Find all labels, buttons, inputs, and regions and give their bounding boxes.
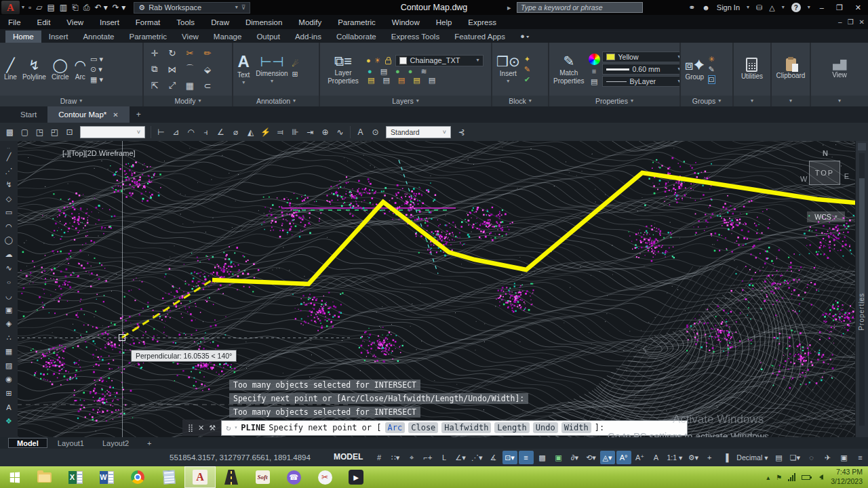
status-toggle-icon[interactable]: L (437, 451, 452, 464)
modify-tool-icon[interactable]: ✏ (204, 48, 212, 58)
menu-item[interactable]: Modify (290, 18, 330, 26)
layer-tool-icon[interactable]: ● (368, 68, 372, 75)
status-toggle-icon[interactable]: ⌖ (404, 451, 419, 464)
status-toggle-icon[interactable]: ▣ (551, 451, 566, 464)
qat-icon[interactable]: ▫ (28, 3, 31, 12)
tray-expand-icon[interactable]: ▴ (766, 474, 770, 481)
status-toggle-icon[interactable]: ⌐+ (420, 451, 435, 464)
taskbar-excel[interactable]: X (60, 466, 91, 488)
search-icon[interactable] (688, 3, 695, 12)
block-mini-icon[interactable]: ✦ (524, 56, 530, 63)
camera-icon[interactable]: ⏺ ▾ (517, 30, 534, 43)
ribbon-tab[interactable]: Add-ins (288, 30, 329, 43)
modify-tool-icon[interactable]: ✛ (151, 48, 159, 58)
workspace-switcher[interactable]: ⚙ Rab Workspace ⊽ (134, 2, 250, 14)
chevron-down-icon[interactable] (234, 425, 237, 430)
draw-toolbar-icon[interactable]: ▨ (5, 359, 12, 371)
layer-dropdown[interactable]: Chainage_TXT (395, 55, 484, 66)
toolbar-icon[interactable]: ⊙ (368, 125, 382, 139)
status-toggle-icon[interactable]: ∂▾ (568, 451, 583, 464)
menu-item[interactable]: Dimension (237, 18, 290, 26)
ribbon-tab[interactable]: Insert (41, 30, 76, 43)
scrollbar-thumb[interactable] (859, 178, 865, 304)
dimension-toolbar-icon[interactable]: ∠ (214, 125, 228, 139)
draw-toolbar-icon[interactable]: ◠ (5, 220, 12, 232)
status-toggle-icon[interactable]: ≡ (519, 451, 534, 464)
chevron-down-icon[interactable] (22, 5, 24, 10)
taskbar-notepad[interactable] (153, 466, 184, 488)
toolbar-icon[interactable]: ▩ (3, 125, 17, 139)
ribbon-tab[interactable]: Home (5, 30, 41, 43)
draw-toolbar-icon[interactable]: ∿ (5, 262, 12, 274)
modify-tool-icon[interactable]: ⬙ (204, 64, 211, 75)
view-button[interactable]: View (830, 59, 849, 80)
viewport-controls[interactable]: [-][Top][2D Wireframe] (62, 149, 136, 157)
draw-tool-button[interactable]: ◯ Circle (50, 57, 71, 82)
modify-tool-icon[interactable]: ⤢ (169, 80, 176, 91)
panel-label-block[interactable]: Block (492, 96, 548, 106)
draw-toolbar-icon[interactable]: ◇ (6, 192, 12, 205)
dimension-toolbar-icon[interactable]: ⚡ (258, 125, 273, 139)
ribbon-tab[interactable]: Express Tools (384, 30, 447, 43)
taskbar-word[interactable]: W (91, 466, 122, 488)
dimension-toolbar-icon[interactable]: ⫞ (199, 125, 213, 139)
menu-item[interactable]: File (0, 18, 29, 26)
draw-toolbar-icon[interactable]: ▭ (5, 207, 12, 219)
lineweight-dropdown[interactable]: 0.60 mm (602, 64, 679, 75)
status-toggle-icon[interactable]: ◌ (804, 451, 818, 464)
status-toggle-icon[interactable]: ▐ (718, 451, 733, 464)
menu-item[interactable]: Draw (203, 18, 237, 26)
taskbar-filmora[interactable]: ▶ (340, 466, 372, 488)
close-icon[interactable] (859, 18, 865, 26)
command-option-button[interactable]: Width (561, 422, 591, 433)
status-toggle-icon[interactable]: ⊡▾ (502, 451, 517, 464)
dim-style-combobox[interactable]: Standard (386, 126, 451, 138)
draw-toolbar-icon[interactable]: ◡ (5, 290, 12, 302)
properties-palette-tab[interactable]: Properties (858, 293, 865, 331)
empty-combobox[interactable] (80, 126, 145, 138)
qat-icon[interactable]: ▤ (47, 3, 55, 12)
status-toggle-icon[interactable]: ∡ (486, 451, 501, 464)
panel-label-utilities[interactable] (734, 96, 770, 106)
qat-icon[interactable]: ▥ (60, 3, 67, 12)
block-mini-icon[interactable]: ✔ (524, 76, 530, 83)
draw-toolbar-icon[interactable]: A (6, 401, 11, 413)
linetype-dropdown[interactable]: ByLayer (602, 76, 679, 87)
toolbar-icon[interactable]: ◰ (47, 125, 62, 139)
status-toggle-icon[interactable]: ⋰▾ (469, 451, 485, 464)
menu-item[interactable]: Express (460, 18, 505, 26)
layer-tool-icon[interactable]: ● (395, 68, 400, 75)
search-expand-icon[interactable] (507, 3, 511, 12)
status-toggle-icon[interactable]: + (702, 451, 717, 464)
layer-tool-icon[interactable]: ≋ (420, 68, 427, 75)
status-toggle-icon[interactable]: # (372, 451, 387, 464)
toolbar-grip[interactable]: ⣀ (7, 143, 12, 149)
taskbar-softdesk[interactable]: Soft (247, 466, 278, 488)
menu-item[interactable]: Window (384, 18, 428, 26)
layer-tool-icon[interactable]: ● (408, 68, 413, 75)
draw-tool-button[interactable]: ◠ Arc (73, 57, 88, 82)
layout-tab[interactable]: + (139, 438, 159, 448)
draw-toolbar-icon[interactable]: ↯ (5, 179, 12, 191)
status-toggle-icon[interactable]: A (649, 451, 664, 464)
taskbar-chrome[interactable] (122, 466, 153, 488)
draw-mini-icon[interactable]: ▭ ▾ (90, 56, 103, 63)
command-option-button[interactable]: Arc (385, 422, 406, 433)
app-menu-button[interactable]: A (1, 1, 20, 14)
modify-tool-icon[interactable]: ▦ (186, 81, 194, 91)
draw-toolbar-icon[interactable]: ☁ (5, 248, 13, 260)
draw-tool-button[interactable]: ╱ Line (2, 57, 19, 82)
dimension-toolbar-icon[interactable]: ◠ (184, 125, 198, 139)
properties-mini-icon[interactable]: ▤ (591, 78, 597, 85)
viewcube-north[interactable]: N (823, 149, 828, 157)
status-toggle-icon[interactable]: ⟲▾ (584, 451, 599, 464)
units-button[interactable]: Decimal ▾ (734, 451, 770, 464)
taskbar-file-explorer[interactable] (28, 466, 60, 488)
command-option-button[interactable]: Close (408, 422, 438, 433)
ribbon-tab[interactable]: Featured Apps (447, 30, 513, 43)
draw-toolbar-icon[interactable]: ❖ (5, 415, 12, 427)
chevron-down-icon[interactable] (808, 5, 810, 10)
menu-item[interactable]: Edit (29, 18, 59, 26)
panel-label-properties[interactable]: Properties (549, 96, 679, 106)
qat-icon[interactable]: ⎙ (83, 3, 90, 12)
